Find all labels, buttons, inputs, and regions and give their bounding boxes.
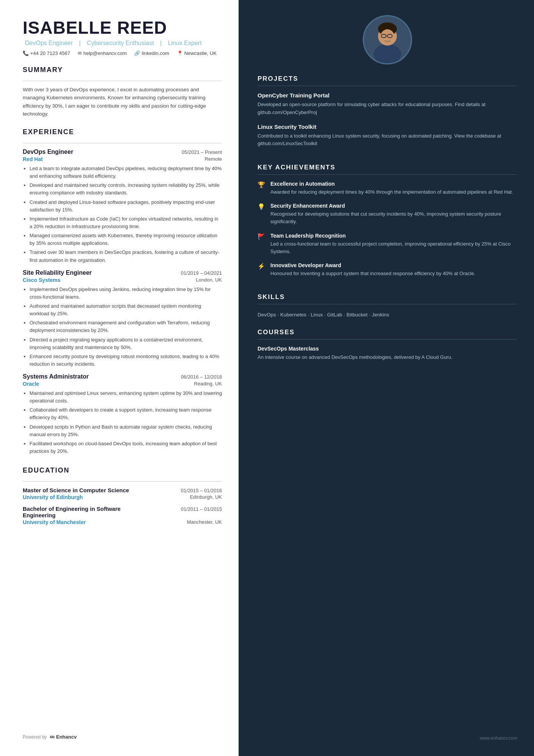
job-1-title: DevOps Engineer	[23, 149, 73, 155]
job-2: Site Reliability Engineer 01/2019 – 04/2…	[23, 269, 222, 368]
project-1: OpenCyber Training Portal Developed an o…	[258, 92, 517, 117]
enhancv-icon: ∞	[50, 733, 55, 741]
achievement-3: 🚩 Team Leadership Recognition Led a cros…	[258, 233, 517, 255]
brand-name: Enhancv	[56, 734, 77, 740]
list-item: Implemented DevOps pipelines using Jenki…	[30, 286, 222, 301]
avatar-wrapper	[258, 15, 517, 64]
experience-divider	[23, 143, 222, 143]
footer-website: www.enhancv.com	[480, 736, 517, 741]
resume-container: ISABELLE REED DevOps Engineer | Cybersec…	[0, 0, 534, 756]
job-2-company: Cisco Systems	[23, 277, 61, 283]
footer-right: www.enhancv.com	[258, 724, 517, 741]
avatar-svg	[364, 15, 411, 64]
summary-title: SUMMARY	[23, 66, 222, 74]
trophy-icon: 🏆	[258, 181, 266, 188]
contact-row: 📞 +44 20 7123 4567 ✉ help@enhancv.com 🔗 …	[23, 50, 222, 56]
email-address: help@enhancv.com	[83, 50, 126, 56]
contact-location: 📍 Newcastle, UK	[177, 50, 217, 56]
list-item: Developed and maintained security contro…	[30, 182, 222, 197]
achievement-2-desc: Recognised for developing solutions that…	[270, 210, 517, 225]
achievement-4-title: Innovative Developer Award	[270, 262, 475, 268]
avatar	[363, 15, 412, 64]
powered-by-label: Powered by	[23, 734, 47, 740]
header-section: ISABELLE REED DevOps Engineer | Cybersec…	[23, 18, 222, 56]
enhancv-logo: ∞ Enhancv	[50, 733, 77, 741]
achievement-4-content: Innovative Developer Award Honoured for …	[270, 262, 475, 277]
course-1-desc: An intensive course on advanced DevSecOp…	[258, 354, 517, 362]
courses-title: COURSES	[258, 329, 517, 336]
list-item: Created and deployed Linux-based softwar…	[30, 199, 222, 214]
experience-section: EXPERIENCE DevOps Engineer 05/2021 – Pre…	[23, 128, 222, 457]
achievement-3-title: Team Leadership Recognition	[270, 233, 517, 239]
job-1-company: Red Hat	[23, 156, 43, 162]
list-item: Directed a project migrating legacy appl…	[30, 336, 222, 351]
job-1-bullets: Led a team to integrate automated DevOps…	[23, 165, 222, 264]
right-panel: PROJECTS OpenCyber Training Portal Devel…	[239, 0, 534, 756]
contact-email: ✉ help@enhancv.com	[78, 50, 126, 56]
list-item: Authored and maintained automation scrip…	[30, 302, 222, 318]
job-2-date: 01/2019 – 04/2021	[181, 270, 222, 276]
achievement-4-desc: Honoured for inventing a support system …	[270, 270, 475, 277]
degree-1-location: Edinburgh, UK	[190, 494, 222, 500]
achievement-1: 🏆 Excellence in Automation Awarded for r…	[258, 181, 517, 196]
courses-section: COURSES DevSecOps Masterclass An intensi…	[258, 329, 517, 362]
degree-2-university: University of Manchester	[23, 519, 86, 525]
project-2-title: Linux Security Toolkit	[258, 124, 517, 130]
footer-left: Powered by ∞ Enhancv	[23, 722, 222, 741]
contact-website: 🔗 linkedin.com	[134, 50, 169, 56]
course-1: DevSecOps Masterclass An intensive cours…	[258, 346, 517, 362]
degree-2-location: Manchester, UK	[187, 519, 222, 525]
projects-divider	[258, 86, 517, 86]
job-3-bullets: Maintained and optimised Linux servers, …	[23, 390, 222, 455]
skills-text: DevOps · Kubernetes · Linux · GitLab · B…	[258, 310, 517, 319]
achievement-3-desc: Led a cross-functional team to successfu…	[270, 240, 517, 255]
list-item: Collaborated with developers to create a…	[30, 406, 222, 421]
email-icon: ✉	[78, 50, 82, 56]
achievements-title: KEY ACHIEVEMENTS	[258, 164, 517, 171]
list-item: Implemented Infrastructure as Code (IaC)…	[30, 215, 222, 230]
achievement-1-content: Excellence in Automation Awarded for red…	[270, 181, 513, 196]
job-1: DevOps Engineer 05/2021 – Present Red Ha…	[23, 149, 222, 264]
tagline-part-1: DevOps Engineer	[25, 40, 73, 46]
job-3-title: Systems Administrator	[23, 373, 89, 380]
job-2-location: London, UK	[196, 277, 222, 283]
course-1-title: DevSecOps Masterclass	[258, 346, 517, 352]
project-2-desc: Contributed to a toolkit enhancing Linux…	[258, 132, 517, 148]
projects-section: PROJECTS OpenCyber Training Portal Devel…	[258, 75, 517, 155]
job-3-company: Oracle	[23, 381, 39, 387]
job-3-header: Systems Administrator 06/2016 – 12/2018	[23, 373, 222, 380]
list-item: Trained over 30 team members in DevSecOp…	[30, 249, 222, 264]
contact-phone: 📞 +44 20 7123 4567	[23, 50, 70, 56]
achievement-1-desc: Awarded for reducing deployment times by…	[270, 188, 513, 196]
achievements-divider	[258, 174, 517, 175]
list-item: Developed scripts in Python and Bash to …	[30, 423, 222, 438]
degree-1: Master of Science in Computer Science 01…	[23, 487, 222, 500]
job-2-bullets: Implemented DevOps pipelines using Jenki…	[23, 286, 222, 368]
degree-2: Bachelor of Engineering in Software Engi…	[23, 506, 222, 525]
phone-icon: 📞	[23, 50, 29, 56]
education-section: EDUCATION Master of Science in Computer …	[23, 466, 222, 525]
education-title: EDUCATION	[23, 466, 222, 474]
location-text: Newcastle, UK	[184, 50, 217, 56]
candidate-name: ISABELLE REED	[23, 18, 222, 38]
project-1-title: OpenCyber Training Portal	[258, 92, 517, 99]
job-3-subrow: Oracle Reading, UK	[23, 381, 222, 387]
list-item: Managed containerized assets with Kubern…	[30, 232, 222, 247]
degree-1-subrow: University of Edinburgh Edinburgh, UK	[23, 494, 222, 500]
job-3-date: 06/2016 – 12/2018	[181, 374, 222, 380]
list-item: Enhanced security posture by developing …	[30, 353, 222, 368]
job-1-subrow: Red Hat Remote	[23, 156, 222, 162]
skills-title: SKILLS	[258, 293, 517, 301]
location-icon: 📍	[177, 50, 183, 56]
skills-section: SKILLS DevOps · Kubernetes · Linux · Git…	[258, 293, 517, 319]
degree-1-university: University of Edinburgh	[23, 494, 83, 500]
degree-2-date: 01/2011 – 01/2015	[181, 506, 222, 512]
tagline-part-2: Cybersecurity Enthusiast	[87, 40, 154, 46]
achievement-3-content: Team Leadership Recognition Led a cross-…	[270, 233, 517, 255]
summary-divider	[23, 81, 222, 81]
link-icon: 🔗	[134, 50, 140, 56]
list-item: Led a team to integrate automated DevOps…	[30, 165, 222, 180]
phone-number: +44 20 7123 4567	[30, 50, 70, 56]
tagline-separator-1: |	[79, 40, 83, 46]
projects-title: PROJECTS	[258, 75, 517, 83]
